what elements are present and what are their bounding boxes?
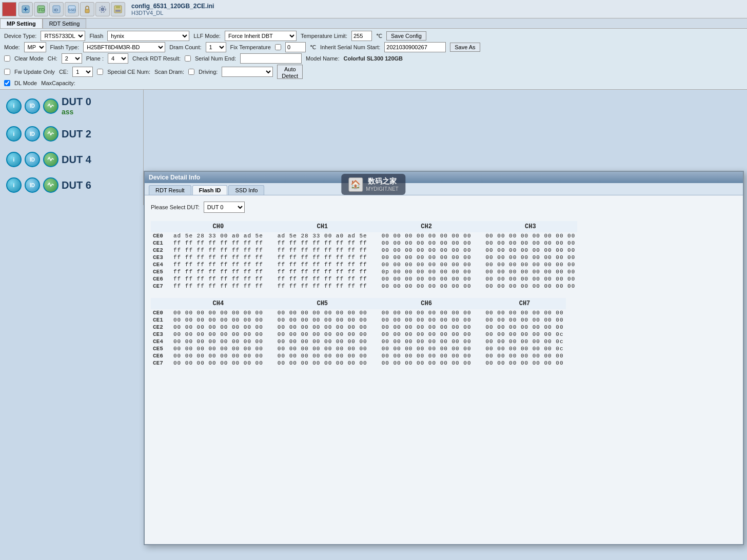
plane-select[interactable]: 4 <box>108 53 128 64</box>
table-row: CE000 00 00 00 00 00 00 0000 00 00 00 00… <box>151 309 566 316</box>
dut-6-info-icon[interactable]: i <box>6 177 22 193</box>
dut-4-activity-icon[interactable] <box>43 152 58 167</box>
dut-item-4: i ID DUT 4 <box>4 150 139 169</box>
rdt-result-button[interactable] <box>18 2 33 16</box>
ch4-header: CH4 <box>171 298 265 309</box>
svg-rect-14 <box>115 10 121 12</box>
save-as-button[interactable]: Save As <box>450 43 480 52</box>
inherit-serial-input[interactable] <box>384 42 446 52</box>
scan-dram-checkbox[interactable] <box>188 69 194 75</box>
ch1-header: CH1 <box>276 221 369 232</box>
dl-mode-label: DL Mode <box>14 80 37 86</box>
table-row: CE7ff ff ff ff ff ff ff ffff ff ff ff ff… <box>151 283 577 290</box>
table-row: CE300 00 00 00 00 00 00 0000 00 00 00 00… <box>151 331 566 338</box>
dut-4-label: DUT 4 <box>62 154 91 166</box>
special-ce-label: Special CE Num: <box>107 69 150 75</box>
table-row: CE5ff ff ff ff ff ff ff ffff ff ff ff ff… <box>151 268 577 275</box>
select-dut-label: Please Select DUT: <box>151 204 200 210</box>
check-rdt-label: Check RDT Result: <box>132 55 181 62</box>
read-id-button[interactable]: ID <box>49 2 64 16</box>
config-filename: config_6531_120GB_2CE.ini <box>131 3 214 10</box>
watermark: 🏠 数码之家 MYDIGIT.NET <box>341 174 405 195</box>
fix-temp-input[interactable] <box>285 42 306 52</box>
special-ce-checkbox[interactable] <box>97 69 103 75</box>
ce-select[interactable]: 1 <box>72 67 93 77</box>
dut-0-id-icon[interactable]: ID <box>25 98 40 114</box>
factory-defect-button[interactable]: FD <box>34 2 48 16</box>
temp-limit-label: Temperature Limit: <box>301 33 347 39</box>
lock-button[interactable] <box>80 2 94 16</box>
tab-ssd-info[interactable]: SSD Info <box>228 185 264 195</box>
dut-0-info-icon[interactable]: i <box>6 98 22 114</box>
tab-flash-id[interactable]: Flash ID <box>192 185 228 195</box>
table-row: CE1ff ff ff ff ff ff ff ffff ff ff ff ff… <box>151 239 577 247</box>
dram-count-select[interactable]: 1 <box>206 42 226 52</box>
llf-mode-select[interactable]: Force Inherit DBT <box>225 31 297 41</box>
flash-type-select[interactable]: H25BFT8D4M3R-BD <box>83 42 165 52</box>
ch3-header: CH3 <box>483 221 577 232</box>
fix-temp-checkbox[interactable] <box>275 44 281 50</box>
dut-0-activity-icon[interactable] <box>43 98 58 114</box>
dut-2-id-icon[interactable]: ID <box>25 126 40 142</box>
driving-select[interactable] <box>222 67 273 77</box>
dut-4-info-icon[interactable]: i <box>6 152 22 167</box>
dut-panel: i ID DUT 0 ass i ID DUT 2 i ID <box>0 90 144 205</box>
serial-end-label: Serial Num End: <box>195 55 236 62</box>
flash-table-upper: CH0 CH1 CH2 CH3 CE0ad 5e 28 33 00 a0 ad … <box>151 221 737 290</box>
settings-area: Device Type: RTS5733DL Flash hynix LLF M… <box>0 29 747 90</box>
dut-2-info-icon[interactable]: i <box>6 126 22 142</box>
toolbar: FD ID SSD config_6531_120GB_2CE.ini H3DT… <box>0 0 747 18</box>
ssd-info-button[interactable]: SSD <box>65 2 79 16</box>
table-row: CE6ff ff ff ff ff ff ff ffff ff ff ff ff… <box>151 275 577 283</box>
save-icon-button[interactable] <box>111 2 125 16</box>
dut-6-activity-icon[interactable] <box>43 177 58 193</box>
device-detail-dialog: Device Detail Info RDT Result Flash ID S… <box>144 171 744 545</box>
serial-end-input[interactable] <box>240 53 302 64</box>
table-row: CE200 00 00 00 00 00 00 0000 00 00 00 00… <box>151 324 566 331</box>
color-indicator-red <box>2 2 16 16</box>
tab-rdt-setting[interactable]: RDT Setting <box>43 18 87 28</box>
flash-table-ch4-ch7: CH4 CH5 CH6 CH7 CE000 00 00 00 00 00 00 … <box>151 298 566 367</box>
watermark-sub: MYDIGIT.NET <box>366 186 398 192</box>
fw-update-checkbox[interactable] <box>4 69 10 75</box>
dut-item-0: i ID DUT 0 ass <box>4 94 139 118</box>
ch0-header: CH0 <box>171 221 265 232</box>
dl-mode-checkbox[interactable] <box>4 80 10 86</box>
svg-rect-13 <box>116 6 120 8</box>
inherit-serial-label: Inherit Serial Num Start: <box>320 44 380 50</box>
main-tabs: MP Setting RDT Setting <box>0 18 747 29</box>
temp-limit-input[interactable] <box>351 31 372 41</box>
svg-rect-9 <box>85 9 89 13</box>
dut-4-id-icon[interactable]: ID <box>25 152 40 167</box>
dut-item-2: i ID DUT 2 <box>4 124 139 144</box>
model-name-value: Colorful SL300 120GB <box>344 55 403 62</box>
model-name-label: Model Name: <box>306 55 339 62</box>
fw-update-label: Fw Update Only <box>14 69 55 75</box>
svg-text:SSD: SSD <box>68 8 75 12</box>
dut-6-id-icon[interactable]: ID <box>25 177 40 193</box>
clear-mode-checkbox[interactable] <box>4 55 10 62</box>
dut-0-status: ass <box>62 108 91 116</box>
auto-detect-button[interactable]: AutoDetect <box>277 65 303 79</box>
ce-label: CE: <box>59 69 68 75</box>
device-type-select[interactable]: RTS5733DL <box>41 31 85 41</box>
ch-select[interactable]: 2 <box>62 53 82 64</box>
check-rdt-checkbox[interactable] <box>185 55 191 62</box>
table-row: CE400 00 00 00 00 00 00 0000 00 00 00 00… <box>151 338 566 345</box>
dut-2-activity-icon[interactable] <box>43 126 58 142</box>
ch2-header: CH2 <box>380 221 474 232</box>
dut-selector[interactable]: DUT 0 <box>204 202 245 213</box>
flash-select[interactable]: hynix <box>107 31 189 41</box>
temp-unit: ℃ <box>376 33 382 39</box>
save-config-button[interactable]: Save Config <box>386 31 426 41</box>
tab-mp-setting[interactable]: MP Setting <box>0 18 43 28</box>
plane-label: Plane : <box>86 55 104 62</box>
ch-label: CH: <box>48 55 57 62</box>
table-row: CE500 00 00 00 00 00 00 0000 00 00 00 00… <box>151 345 566 352</box>
config-subtitle: H3DTV4_DL <box>131 10 214 16</box>
settings-button[interactable] <box>95 2 110 16</box>
tab-rdt-result[interactable]: RDT Result <box>149 185 191 195</box>
mode-select[interactable]: MP <box>24 42 46 52</box>
ch7-header: CH7 <box>483 298 565 309</box>
flash-table-ch0-ch3: CH0 CH1 CH2 CH3 CE0ad 5e 28 33 00 a0 ad … <box>151 221 577 290</box>
